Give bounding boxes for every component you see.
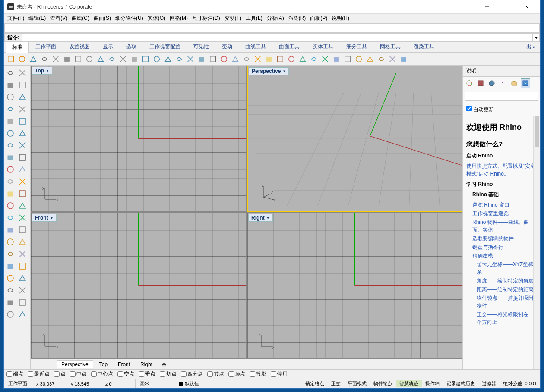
help-link[interactable]: 选取要编辑的物件 <box>472 235 537 242</box>
redo-icon[interactable] <box>107 54 117 64</box>
paste-icon[interactable] <box>84 54 95 64</box>
cylinder-icon[interactable] <box>342 54 353 64</box>
osnap-停用[interactable]: 停用 <box>271 370 288 378</box>
revolve-icon[interactable] <box>5 200 16 211</box>
light-icon[interactable] <box>264 54 274 64</box>
boolean-icon[interactable] <box>17 188 28 199</box>
new-icon[interactable] <box>6 54 16 64</box>
ribbon-overflow[interactable]: 出 » <box>524 41 538 52</box>
ribbon-tab[interactable]: 选取 <box>120 41 143 52</box>
zoom-selected-icon[interactable] <box>174 54 184 64</box>
help-link[interactable]: 笛卡儿坐标——XYZ坐标系 <box>477 260 537 276</box>
earth-icon[interactable] <box>320 54 330 64</box>
extrude-icon[interactable] <box>5 188 16 199</box>
sun-icon[interactable] <box>253 54 263 64</box>
curve-icon[interactable] <box>5 140 16 151</box>
help-link[interactable]: 工作视窗里巡览 <box>472 210 537 217</box>
help-link[interactable]: Rhino 物件——曲线、曲面、实体 <box>472 218 537 234</box>
ribbon-tab[interactable]: 细分工具 <box>340 41 373 52</box>
osnap-切点[interactable]: 切点 <box>160 370 177 378</box>
help-scrollbar[interactable] <box>533 116 540 369</box>
osnap-端点[interactable]: 端点 <box>6 370 23 378</box>
box-icon[interactable] <box>5 164 16 175</box>
sphere2-icon[interactable] <box>17 164 28 175</box>
line-icon[interactable] <box>5 103 16 115</box>
split-icon[interactable] <box>17 273 28 284</box>
tube-icon[interactable] <box>17 176 28 187</box>
status-layer[interactable]: 默认值 <box>174 379 213 388</box>
osnap-投影[interactable]: 投影 <box>250 370 266 378</box>
minimize-button[interactable] <box>477 0 497 13</box>
circle-icon[interactable] <box>5 91 16 103</box>
menu-item[interactable]: 文件(F) <box>7 15 24 22</box>
help-link[interactable]: 巡览 Rhino 窗口 <box>472 201 537 209</box>
clipboard-icon[interactable] <box>51 54 61 64</box>
explode-icon[interactable] <box>5 260 16 272</box>
add-view-tab[interactable]: ⊕ <box>158 361 170 368</box>
surface-icon[interactable] <box>5 152 16 163</box>
fillet-icon[interactable] <box>5 297 16 308</box>
car-icon[interactable] <box>219 54 229 64</box>
osnap-节点[interactable]: 节点 <box>207 370 224 378</box>
osnap-垂点[interactable]: 垂点 <box>139 370 155 378</box>
status-tolerance[interactable]: 绝对公差: 0.001 <box>500 379 540 388</box>
properties-icon[interactable] <box>387 54 398 64</box>
status-toggle[interactable]: 平面模式 <box>344 380 370 387</box>
brush-icon[interactable] <box>5 309 16 320</box>
status-toggle[interactable]: 智慧轨迹 <box>396 380 422 387</box>
lights-panel-icon[interactable] <box>498 78 508 88</box>
ribbon-tab[interactable]: 曲线工具 <box>239 41 272 52</box>
menu-item[interactable]: 面板(P) <box>310 15 327 22</box>
arc3pt-icon[interactable] <box>17 116 28 127</box>
options-icon[interactable] <box>354 54 364 64</box>
move-icon[interactable] <box>17 79 28 91</box>
status-toggle[interactable]: 正交 <box>328 380 344 387</box>
cylinder2-icon[interactable] <box>5 176 16 187</box>
sphere-icon[interactable] <box>331 54 342 64</box>
point-icon[interactable] <box>5 248 16 260</box>
toolbox-icon[interactable] <box>376 54 386 64</box>
menu-item[interactable]: 变动(T) <box>225 15 241 22</box>
materials-panel-icon[interactable] <box>465 78 474 88</box>
eraser-icon[interactable] <box>17 309 28 320</box>
print-icon[interactable] <box>39 54 50 64</box>
status-toggle[interactable]: 操作轴 <box>422 380 443 387</box>
shade-icon[interactable] <box>275 54 285 64</box>
help-link[interactable]: 物件锁点——捕捉并吸附物件 <box>477 294 537 310</box>
polygon-icon[interactable] <box>17 128 28 139</box>
view-tab[interactable]: Right <box>136 361 157 368</box>
textures-panel-icon[interactable] <box>476 78 485 88</box>
osnap-中心点[interactable]: 中心点 <box>91 370 113 378</box>
help-content[interactable]: 欢迎使用 Rhino 您想做什么? 启动 Rhino 使用快捷方式、配置以及"安… <box>463 116 540 369</box>
trim-icon[interactable] <box>5 273 16 284</box>
help-link[interactable]: 正交——将光标限制在一个方向上 <box>477 310 537 326</box>
help-panel-icon[interactable]: ? <box>521 78 530 88</box>
gear-icon[interactable] <box>365 54 375 64</box>
duplicate-icon[interactable] <box>17 103 28 115</box>
measure-icon[interactable] <box>241 54 252 64</box>
help-link[interactable]: 键盘与指令行 <box>472 243 537 251</box>
viewport-right[interactable]: Right▼ yz <box>247 213 462 359</box>
osnap-顶点[interactable]: 顶点 <box>228 370 245 378</box>
menu-item[interactable]: 曲面(S) <box>94 15 111 22</box>
ribbon-tab[interactable]: 网格工具 <box>373 41 407 52</box>
osnap-四分点[interactable]: 四分点 <box>181 370 203 378</box>
menu-item[interactable]: 实体(O) <box>148 15 165 22</box>
srfpt-icon[interactable] <box>17 152 28 163</box>
osnap-中点[interactable]: 中点 <box>70 370 87 378</box>
material-icon[interactable] <box>297 54 308 64</box>
ribbon-tab[interactable]: 可见性 <box>187 41 215 52</box>
pan-icon[interactable] <box>118 54 128 64</box>
close-button[interactable] <box>517 0 537 13</box>
rotate-view-icon[interactable] <box>129 54 139 64</box>
view-tab[interactable]: Front <box>114 361 134 368</box>
rect-icon[interactable] <box>5 128 16 139</box>
menu-item[interactable]: 尺寸标注(D) <box>192 15 220 22</box>
status-cplane[interactable]: 工作平面 <box>4 379 32 388</box>
block-icon[interactable] <box>17 236 28 248</box>
ribbon-tab[interactable]: 设置视图 <box>63 41 96 52</box>
start-rhino-link[interactable]: 使用快捷方式、配置以及"安全模式"启动 Rhino。 <box>466 162 537 178</box>
osnap-点[interactable]: 点 <box>54 370 66 378</box>
auto-update-checkbox[interactable]: 自动更新 <box>466 107 494 113</box>
menu-item[interactable]: 编辑(E) <box>28 15 46 22</box>
